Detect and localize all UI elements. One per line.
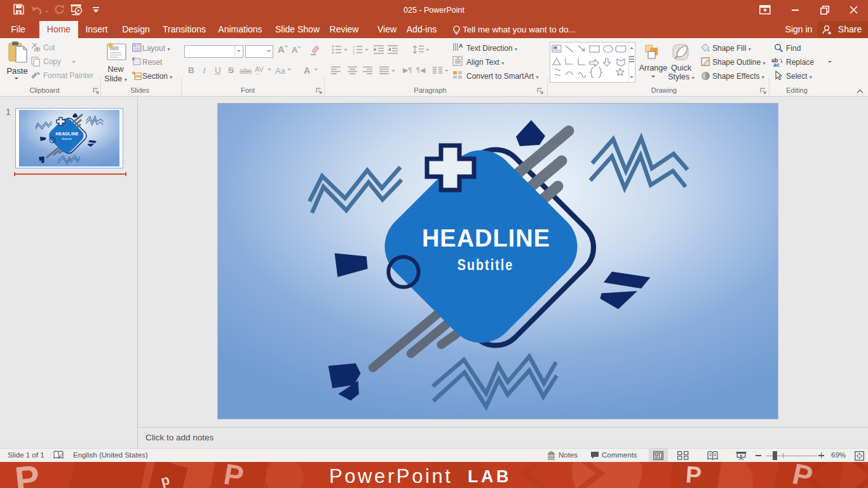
svg-text:P: P [685, 462, 702, 488]
svg-text:ac: ac [773, 62, 780, 67]
svg-text:A: A [459, 43, 463, 49]
svg-text:3: 3 [353, 51, 355, 55]
svg-text:LAB: LAB [468, 467, 512, 486]
svg-text:PowerPoint: PowerPoint [329, 465, 453, 487]
svg-text:P: P [13, 462, 41, 488]
